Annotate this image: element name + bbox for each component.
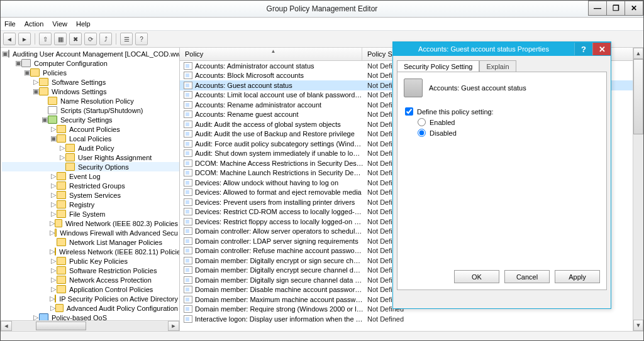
tree-item[interactable]: ▷Wireless Network (IEEE 802.11) Policies [2,247,179,256]
policy-item-icon [184,315,192,323]
sort-indicator-icon: ▲ [271,48,276,54]
tree-item[interactable]: ▷System Services [2,190,179,200]
dialog-close-button[interactable]: ✕ [592,43,611,55]
refresh-icon[interactable]: ⟳ [84,33,97,45]
list-cell-policy: Devices: Restrict CD-ROM access to local… [195,208,367,215]
tab-explain[interactable]: Explain [479,60,516,72]
minimize-button[interactable]: — [588,1,607,16]
list-vscroll[interactable]: ▲ ▼ [633,48,643,331]
tree-item[interactable]: Scripts (Startup/Shutdown) [2,106,179,115]
tree-item[interactable]: ▷Restricted Groups [2,181,179,190]
policy-item-icon [184,72,192,79]
policy-item-icon [184,160,192,167]
ok-button[interactable]: OK [454,270,499,283]
disabled-row[interactable]: Disabled [418,129,600,137]
tree-item[interactable]: ▣Security Settings [2,115,179,124]
tree-item[interactable]: ▷Registry [2,200,179,209]
scroll-down-icon[interactable]: ▼ [633,320,643,331]
tree-item[interactable]: ▷Account Policies [2,124,179,134]
list-cell-policy: Devices: Prevent users from installing p… [195,198,367,206]
tree-item[interactable]: ▷Audit Policy [2,143,179,153]
scroll-up-icon[interactable]: ▲ [633,48,643,59]
menu-file[interactable]: File [4,20,16,28]
tree-item[interactable]: ▷Advanced Audit Policy Configuration [2,303,179,313]
maximize-button[interactable]: ❐ [606,1,625,16]
enabled-row[interactable]: Enabled [418,118,600,126]
tree-item[interactable]: Name Resolution Policy [2,96,179,106]
tree-root[interactable]: ▣Auditing User Account Management [LOCAL… [2,49,179,58]
export-icon[interactable]: ⤴ [99,33,112,45]
list-cell-policy: Devices: Allowed to format and eject rem… [195,188,367,196]
tree-item[interactable]: ▷Software Settings [2,77,179,87]
tree-item[interactable]: ▷IP Security Policies on Active Director… [2,294,179,303]
policy-item-icon [184,130,192,138]
tree-item[interactable]: ▣Policies [2,68,179,77]
list-cell-policy: Domain controller: LDAP server signing r… [195,237,367,245]
list-cell-policy: Domain member: Require strong (Windows 2… [195,305,367,313]
tree-item[interactable]: ▷Network Access Protection [2,275,179,284]
properties-icon[interactable]: ☰ [120,33,133,45]
tree[interactable]: ▣Auditing User Account Management [LOCAL… [1,48,179,320]
list-cell-policy: DCOM: Machine Launch Restrictions in Sec… [195,169,367,176]
disabled-label: Disabled [430,129,457,137]
back-icon[interactable]: ◄ [3,33,16,45]
tree-item[interactable]: ▷Wired Network (IEEE 802.3) Policies [2,219,179,228]
tree-item[interactable]: ▷Policy-based QoS [2,313,179,320]
scroll-track[interactable] [12,322,168,330]
menubar: File Action View Help [1,18,643,31]
list-row[interactable]: Interactive logon: Display user informat… [180,314,643,324]
tree-item[interactable]: ▣Computer Configuration [2,58,179,68]
forward-icon[interactable]: ► [18,33,31,45]
policy-item-icon [184,149,192,157]
grid-icon[interactable]: ▦ [54,33,67,45]
scroll-track[interactable] [633,59,643,320]
tree-item[interactable]: Network List Manager Policies [2,237,179,247]
tree-item[interactable]: ▷Public Key Policies [2,256,179,266]
menu-view[interactable]: View [52,20,67,28]
menu-action[interactable]: Action [25,20,44,28]
help-icon[interactable]: ? [135,33,148,45]
tree-item[interactable]: ▷File System [2,209,179,219]
scroll-thumb[interactable] [633,59,643,134]
toolbar-sep [35,33,35,45]
col-header-policy[interactable]: Policy ▲ [180,48,362,60]
policy-item-icon [184,218,192,225]
menu-help[interactable]: Help [76,20,91,28]
dialog-help-button[interactable]: ? [574,43,592,55]
tab-security-policy-setting[interactable]: Security Policy Setting [397,60,479,72]
dialog-tabpage: Accounts: Guest account status Define th… [397,72,607,290]
list-cell-policy: Domain member: Digitally encrypt secure … [195,266,367,274]
disabled-radio[interactable] [418,129,426,137]
scroll-right-icon[interactable]: ► [168,321,179,331]
list-cell-policy: Accounts: Rename guest account [195,111,367,118]
scroll-thumb[interactable] [36,322,86,330]
tree-hscroll[interactable]: ◄ ► [1,320,179,331]
list-cell-policy: Accounts: Limit local account use of bla… [195,91,367,99]
tree-item[interactable]: ▷User Rights Assignment [2,153,179,162]
tree-item[interactable]: ▷Software Restriction Policies [2,266,179,275]
apply-button[interactable]: Apply [555,270,600,283]
tree-item[interactable]: ▷Windows Firewall with Advanced Secu [2,228,179,237]
policy-item-icon [184,266,192,274]
scroll-left-icon[interactable]: ◄ [1,321,12,331]
tree-item[interactable]: ▷Application Control Policies [2,284,179,294]
policy-item-icon [184,247,192,254]
close-button[interactable]: ✕ [625,1,643,16]
delete-icon[interactable]: ✖ [69,33,82,45]
tree-item[interactable]: ▣Local Policies [2,134,179,143]
up-icon[interactable]: ⇧ [39,33,52,45]
tree-item[interactable]: ▷Event Log [2,171,179,181]
tree-item[interactable]: ▣Windows Settings [2,87,179,96]
dialog-tabs: Security Policy Setting Explain [397,60,607,72]
cancel-button[interactable]: Cancel [504,270,550,283]
policy-item-icon [184,111,192,118]
list-cell-policy: Accounts: Guest account status [195,82,367,89]
list-cell-policy: Domain member: Digitally encrypt or sign… [195,257,367,264]
enabled-radio[interactable] [418,118,426,126]
define-policy-checkbox[interactable] [405,107,413,116]
policy-item-icon [184,276,192,284]
policy-item-icon [184,179,192,187]
list-cell-policy: Audit: Audit the use of Backup and Resto… [195,130,367,138]
tree-item[interactable]: Security Options [2,162,179,171]
define-policy-row[interactable]: Define this policy setting: [405,107,600,116]
